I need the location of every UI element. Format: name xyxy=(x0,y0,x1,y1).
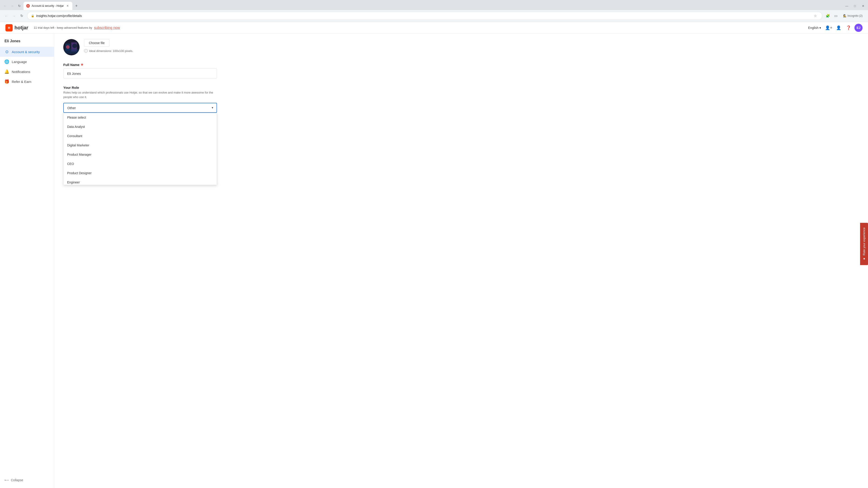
refer-earn-icon: 🎁 xyxy=(4,79,9,84)
role-dropdown-menu: Please select Data Analyst Consultant Di… xyxy=(63,113,217,185)
account-security-icon: ⊙ xyxy=(4,50,9,54)
incognito-label: Incognito (2) xyxy=(847,14,863,18)
language-selector[interactable]: English ▾ xyxy=(806,25,823,31)
back-button[interactable]: ← xyxy=(3,12,10,20)
dropdown-option-ceo[interactable]: CEO xyxy=(64,159,217,168)
choose-file-button[interactable]: Choose file xyxy=(84,39,110,47)
avatar-button[interactable]: EJ xyxy=(855,24,863,32)
dropdown-option-please-select[interactable]: Please select xyxy=(64,113,217,122)
language-icon: 🌐 xyxy=(4,59,9,64)
url-bar[interactable]: 🔒 insights.hotjar.com/profile/details ☆ xyxy=(27,12,822,20)
info-icon: i xyxy=(84,49,88,53)
full-name-section: Full Name ★ xyxy=(63,59,859,82)
help-button[interactable]: ❓ xyxy=(844,24,852,32)
rate-experience-label: Rate your experience xyxy=(862,228,866,256)
avatar-actions: Choose file i Ideal dimensions: 100x100 … xyxy=(84,39,133,53)
active-tab[interactable]: H Account & security - Hotjar ✕ xyxy=(24,2,72,10)
language-label: English xyxy=(808,26,818,30)
sidebar-item-label: Account & security xyxy=(12,50,40,54)
collapse-arrow-icon: ⟵ xyxy=(4,478,9,482)
nav-buttons: ← → ↻ xyxy=(3,12,25,20)
url-actions: ☆ xyxy=(812,13,818,19)
reload-button[interactable]: ↻ xyxy=(18,12,25,20)
sidebar-item-label: Language xyxy=(12,60,27,64)
svg-rect-5 xyxy=(64,49,79,54)
dropdown-option-product-manager[interactable]: Product Manager xyxy=(64,150,217,159)
rate-experience-icon: ★ xyxy=(862,257,866,260)
dropdown-option-product-designer[interactable]: Product Designer xyxy=(64,168,217,178)
tab-forward-button[interactable]: → xyxy=(9,3,16,9)
role-description: Roles help us understand which professio… xyxy=(63,90,217,99)
full-name-input[interactable] xyxy=(63,68,217,78)
app-container: H hotjar 11 trial days left - keep advan… xyxy=(0,22,868,488)
new-tab-button[interactable]: + xyxy=(73,3,80,9)
collapse-label: Collapse xyxy=(11,478,23,482)
sidebar-item-language[interactable]: 🌐 Language xyxy=(0,57,54,67)
svg-point-4 xyxy=(72,43,77,48)
forward-button[interactable]: → xyxy=(10,12,18,20)
add-user-button[interactable]: 👤+ xyxy=(825,24,833,32)
required-star: ★ xyxy=(81,63,84,67)
rate-experience-sidebar[interactable]: ★ Rate your experience xyxy=(860,223,868,265)
notifications-icon: 🔔 xyxy=(4,69,9,74)
role-label: Your Role xyxy=(63,86,859,90)
sidebar-item-account-security[interactable]: ⊙ Account & security xyxy=(0,47,54,57)
language-dropdown-icon: ▾ xyxy=(819,26,821,30)
sidebar-item-notifications[interactable]: 🔔 Notifications xyxy=(0,67,54,76)
dropdown-option-data-analyst[interactable]: Data Analyst xyxy=(64,122,217,131)
browser-actions: 🧩 ▭ 🕵 Incognito (2) xyxy=(824,12,865,20)
sidebar-item-label: Refer & Earn xyxy=(12,80,31,84)
hotjar-logo-text: hotjar xyxy=(14,25,28,31)
address-bar: ← → ↻ 🔒 insights.hotjar.com/profile/deta… xyxy=(0,10,868,22)
role-select-wrapper: Other ▼ Please select Data Analyst Consu… xyxy=(63,103,217,113)
tab-favicon: H xyxy=(26,4,30,8)
tab-close-button[interactable]: ✕ xyxy=(66,4,70,8)
hotjar-logo: H hotjar xyxy=(5,24,28,31)
incognito-icon: 🕵 xyxy=(843,14,846,18)
dropdown-option-consultant[interactable]: Consultant xyxy=(64,131,217,141)
maximize-button[interactable]: □ xyxy=(852,3,858,9)
tab-navigation: ← → ↻ xyxy=(2,3,23,9)
close-button[interactable]: ✕ xyxy=(860,3,866,9)
avatar-image xyxy=(63,39,80,55)
ideal-dimensions-hint: i Ideal dimensions: 100x100 pixels. xyxy=(84,49,133,53)
user-account-button[interactable]: 👤 xyxy=(835,24,843,32)
avatar-section: Choose file i Ideal dimensions: 100x100 … xyxy=(63,34,859,59)
ideal-dimensions-text: Ideal dimensions: 100x100 pixels. xyxy=(89,49,133,53)
sidebar-user-name: Eli Jones xyxy=(0,37,54,47)
hotjar-logo-icon: H xyxy=(5,24,13,31)
sidebar-item-refer-earn[interactable]: 🎁 Refer & Earn xyxy=(0,76,54,87)
role-selected-value: Other xyxy=(67,106,76,110)
tab-title: Account & security - Hotjar xyxy=(32,4,64,7)
browser-chrome: ← → ↻ H Account & security - Hotjar ✕ + … xyxy=(0,0,868,22)
content-area: Choose file i Ideal dimensions: 100x100 … xyxy=(54,34,868,488)
lock-icon: 🔒 xyxy=(31,14,34,18)
dropdown-option-engineer[interactable]: Engineer xyxy=(64,178,217,185)
minimize-button[interactable]: — xyxy=(844,3,850,9)
url-text: insights.hotjar.com/profile/details xyxy=(36,14,810,18)
top-bar: H hotjar 11 trial days left - keep advan… xyxy=(0,22,868,34)
dropdown-option-digital-marketer[interactable]: Digital Marketer xyxy=(64,141,217,150)
trial-subscribe-link[interactable]: subscribing now xyxy=(94,26,120,30)
tab-back-button[interactable]: ← xyxy=(2,3,8,9)
window-controls: — □ ✕ xyxy=(844,3,866,9)
sidebar: Eli Jones ⊙ Account & security 🌐 Languag… xyxy=(0,34,54,488)
extensions-button[interactable]: 🧩 xyxy=(824,12,831,20)
full-name-label: Full Name ★ xyxy=(63,63,859,67)
role-select-display[interactable]: Other xyxy=(63,103,217,113)
sidebar-collapse-button[interactable]: ⟵ Collapse xyxy=(0,476,54,485)
svg-point-3 xyxy=(66,45,70,49)
sidebar-toggle-button[interactable]: ▭ xyxy=(832,12,839,20)
trial-text: 11 trial days left - keep advanced featu… xyxy=(34,26,92,29)
bookmark-button[interactable]: ☆ xyxy=(812,13,818,19)
sidebar-item-label: Notifications xyxy=(12,70,30,74)
top-actions: English ▾ 👤+ 👤 ❓ EJ xyxy=(806,24,863,32)
tab-bar: ← → ↻ H Account & security - Hotjar ✕ + … xyxy=(0,0,868,10)
main-layout: Eli Jones ⊙ Account & security 🌐 Languag… xyxy=(0,34,868,488)
incognito-button[interactable]: 🕵 Incognito (2) xyxy=(840,13,865,18)
role-section: Your Role Roles help us understand which… xyxy=(63,82,859,113)
tab-refresh-button[interactable]: ↻ xyxy=(16,3,23,9)
